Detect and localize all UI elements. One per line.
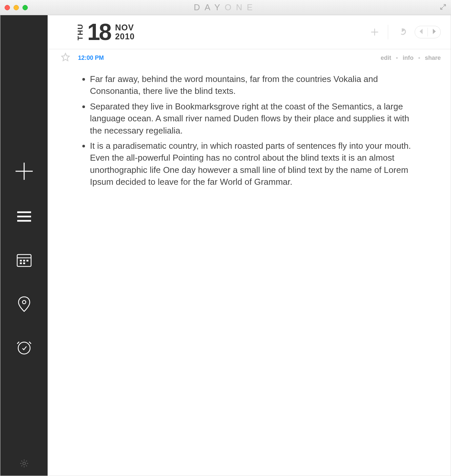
- entry-header: THU 18 NOV 2010: [48, 15, 451, 49]
- svg-rect-8: [23, 260, 25, 261]
- new-entry-button[interactable]: [14, 161, 35, 182]
- svg-point-14: [23, 462, 25, 465]
- list-item: Separated they live in Bookmarksgrove ri…: [90, 100, 411, 137]
- entry-body: Far far away, behind the word mountains,…: [48, 66, 451, 201]
- calendar-button[interactable]: [15, 251, 33, 269]
- dot-separator: •: [396, 55, 398, 61]
- list-item: Far far away, behind the word mountains,…: [90, 73, 411, 97]
- list-item: It is a paradisematic country, in which …: [90, 140, 411, 188]
- nav-separator: [428, 28, 428, 36]
- info-link[interactable]: info: [403, 55, 414, 61]
- meta-right: edit • info • share: [381, 55, 441, 61]
- location-button[interactable]: [15, 295, 33, 313]
- settings-button[interactable]: [0, 458, 48, 468]
- titlebar: DAYONE: [0, 0, 451, 15]
- share-icon[interactable]: [397, 27, 406, 37]
- entry-date[interactable]: THU 18 NOV 2010: [76, 20, 135, 44]
- svg-rect-10: [20, 262, 22, 264]
- share-link[interactable]: share: [425, 55, 441, 61]
- entry-monthyear: NOV 2010: [115, 23, 135, 41]
- expand-window-icon[interactable]: [440, 4, 446, 12]
- list-view-button[interactable]: [15, 208, 33, 225]
- svg-rect-7: [20, 260, 22, 261]
- nav-pill: [415, 26, 441, 38]
- close-window-button[interactable]: [5, 5, 10, 10]
- entry-meta: 12:00 PM edit • info • share: [48, 49, 451, 66]
- reminder-button[interactable]: [15, 338, 33, 356]
- entry-year: 2010: [115, 32, 135, 41]
- minimize-window-button[interactable]: [14, 5, 19, 10]
- meta-left: 12:00 PM: [61, 53, 104, 63]
- zoom-window-button[interactable]: [22, 5, 28, 10]
- sidebar: [0, 15, 48, 476]
- svg-point-12: [22, 300, 26, 304]
- svg-rect-11: [23, 262, 25, 264]
- prev-entry-button[interactable]: [418, 27, 424, 37]
- entry-list: Far far away, behind the word mountains,…: [74, 73, 411, 188]
- dot-separator: •: [418, 55, 420, 61]
- app-title-part2: ONE: [225, 2, 257, 12]
- entry-day: 18: [87, 20, 110, 44]
- edit-link[interactable]: edit: [381, 55, 391, 61]
- add-button[interactable]: [370, 27, 379, 37]
- svg-rect-9: [26, 260, 28, 261]
- next-entry-button[interactable]: [431, 27, 437, 37]
- toolbar-divider: [388, 25, 388, 39]
- entry-toolbar: [370, 25, 441, 39]
- app-title-part1: DAY: [194, 2, 225, 12]
- entry-dow: THU: [76, 23, 85, 40]
- entry-time[interactable]: 12:00 PM: [78, 55, 104, 61]
- entry-month: NOV: [115, 23, 135, 32]
- app-body: THU 18 NOV 2010: [0, 15, 451, 476]
- app-title: DAYONE: [0, 2, 451, 13]
- entry-view: THU 18 NOV 2010: [48, 15, 451, 476]
- traffic-lights: [5, 5, 28, 10]
- star-icon[interactable]: [61, 53, 70, 63]
- svg-point-13: [18, 342, 30, 354]
